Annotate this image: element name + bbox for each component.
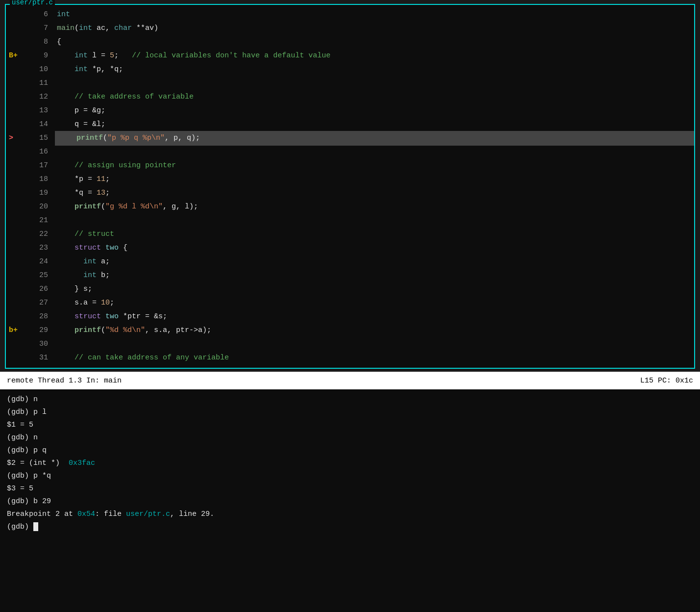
code-line-10: 10 int *p, *q; (6, 63, 694, 76)
content-18: *p = 11; (55, 173, 694, 186)
term-prompt[interactable]: (gdb) (7, 521, 693, 534)
marker-29: b+ (6, 324, 30, 337)
content-31: // can take address of any variable (55, 351, 694, 365)
term-line-9: (gdb) b 29 (7, 495, 693, 508)
code-line-31: 31 // can take address of any variable (6, 351, 694, 365)
linenum-16: 16 (30, 145, 55, 159)
code-line-27: 27 s.a = 10; (6, 296, 694, 310)
code-line-29: b+ 29 printf("%d %d\n", s.a, ptr->a); (6, 324, 694, 337)
app: user/ptr.c 6 int 7 main(int ac, char **a… (0, 0, 700, 612)
linenum-22: 22 (30, 228, 55, 241)
linenum-13: 13 (30, 104, 55, 118)
linenum-15: 15 (30, 131, 55, 145)
linenum-30: 30 (30, 337, 55, 351)
code-line-30: 30 (6, 337, 694, 351)
linenum-20: 20 (30, 200, 55, 214)
code-line-14: 14 q = &l; (6, 118, 694, 131)
linenum-24: 24 (30, 255, 55, 269)
term-line-4: (gdb) n (7, 432, 693, 444)
linenum-31: 31 (30, 351, 55, 365)
content-20: printf("g %d l %d\n", g, l); (55, 200, 694, 214)
file-title: user/ptr.c (10, 0, 55, 6)
linenum-21: 21 (30, 214, 55, 228)
code-line-20: 20 printf("g %d l %d\n", g, l); (6, 200, 694, 214)
code-area: 6 int 7 main(int ac, char **av) 8 { B+ 9… (6, 5, 694, 368)
code-line-11: 11 (6, 76, 694, 90)
content-15: printf("p %p q %p\n", p, q); (55, 131, 694, 146)
linenum-9: 9 (30, 49, 55, 63)
term-line-10: Breakpoint 2 at 0x54: file user/ptr.c, l… (7, 508, 693, 521)
term-line-2: (gdb) p l (7, 406, 693, 419)
status-left: remote Thread 1.3 In: main (7, 377, 122, 385)
terminal-panel[interactable]: (gdb) n (gdb) p l $1 = 5 (gdb) n (gdb) p… (0, 389, 700, 612)
term-line-6: $2 = (int *) 0x3fac (7, 457, 693, 470)
code-line-22: 22 // struct (6, 228, 694, 241)
linenum-25: 25 (30, 269, 55, 282)
code-line-13: 13 p = &g; (6, 104, 694, 118)
marker-9: B+ (6, 49, 30, 63)
code-line-18: 18 *p = 11; (6, 173, 694, 186)
code-line-9: B+ 9 int l = 5; // local variables don't… (6, 49, 694, 63)
code-line-28: 28 struct two *ptr = &s; (6, 310, 694, 324)
linenum-8: 8 (30, 35, 55, 49)
term-line-7: (gdb) p *q (7, 470, 693, 483)
marker-15: > (6, 131, 30, 145)
code-line-12: 12 // take address of variable (6, 90, 694, 104)
term-line-3: $1 = 5 (7, 419, 693, 432)
linenum-17: 17 (30, 159, 55, 173)
code-line-19: 19 *q = 13; (6, 186, 694, 200)
content-10: int *p, *q; (55, 63, 694, 76)
content-19: *q = 13; (55, 186, 694, 200)
content-23: struct two { (55, 241, 694, 255)
content-12: // take address of variable (55, 90, 694, 104)
code-line-15: > 15 printf("p %p q %p\n", p, q); (6, 131, 694, 145)
linenum-12: 12 (30, 90, 55, 104)
linenum-14: 14 (30, 118, 55, 131)
linenum-27: 27 (30, 296, 55, 310)
code-line-24: 24 int a; (6, 255, 694, 269)
linenum-7: 7 (30, 22, 55, 35)
content-25: int b; (55, 269, 694, 282)
content-7: main(int ac, char **av) (55, 22, 694, 35)
code-line-23: 23 struct two { (6, 241, 694, 255)
content-17: // assign using pointer (55, 159, 694, 173)
content-6: int (55, 8, 694, 22)
linenum-28: 28 (30, 310, 55, 324)
code-line-16: 16 (6, 145, 694, 159)
content-26: } s; (55, 282, 694, 296)
linenum-6: 6 (30, 8, 55, 22)
term-line-1: (gdb) n (7, 393, 693, 406)
linenum-18: 18 (30, 173, 55, 186)
linenum-11: 11 (30, 76, 55, 90)
content-8: { (55, 35, 694, 49)
code-panel: user/ptr.c 6 int 7 main(int ac, char **a… (5, 4, 695, 369)
content-14: q = &l; (55, 118, 694, 131)
code-line-7: 7 main(int ac, char **av) (6, 22, 694, 35)
status-bar: remote Thread 1.3 In: main L15 PC: 0x1c (0, 372, 700, 389)
code-line-25: 25 int b; (6, 269, 694, 282)
linenum-19: 19 (30, 186, 55, 200)
content-9: int l = 5; // local variables don't have… (55, 49, 694, 63)
code-line-8: 8 { (6, 35, 694, 49)
cursor (33, 522, 38, 531)
linenum-29: 29 (30, 324, 55, 337)
linenum-23: 23 (30, 241, 55, 255)
code-line-26: 26 } s; (6, 282, 694, 296)
content-24: int a; (55, 255, 694, 269)
content-29: printf("%d %d\n", s.a, ptr->a); (55, 324, 694, 337)
term-line-5: (gdb) p q (7, 444, 693, 457)
linenum-26: 26 (30, 282, 55, 296)
content-27: s.a = 10; (55, 296, 694, 310)
code-line-17: 17 // assign using pointer (6, 159, 694, 173)
linenum-10: 10 (30, 63, 55, 76)
code-line-6: 6 int (6, 8, 694, 22)
code-line-21: 21 (6, 214, 694, 228)
content-22: // struct (55, 228, 694, 241)
status-right: L15 PC: 0x1c (640, 377, 693, 385)
content-13: p = &g; (55, 104, 694, 118)
content-28: struct two *ptr = &s; (55, 310, 694, 324)
term-line-8: $3 = 5 (7, 483, 693, 495)
